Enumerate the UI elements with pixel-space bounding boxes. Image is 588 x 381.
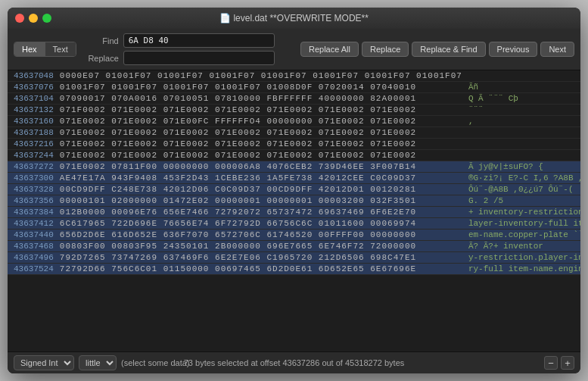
- titlebar: 📄 level.dat **OVERWRITE MODE**: [8, 8, 580, 29]
- address-cell: 43637076: [8, 82, 57, 93]
- address-cell: 43637440: [8, 230, 57, 241]
- offset-text: 73 bytes selected at offset 43637286 out…: [184, 358, 405, 367]
- statusbar: Signed Int little (select some data) 73 …: [8, 351, 580, 373]
- address-cell: 43637244: [8, 150, 57, 161]
- bytes-cell: 071E0002 071E0002 071E00FC FFFFFFO4 0000…: [57, 116, 465, 127]
- address-cell: 43637412: [8, 218, 57, 230]
- minus-button[interactable]: −: [544, 356, 558, 370]
- replace-input[interactable]: [123, 51, 275, 65]
- bytes-cell: 07090017 070A0016 07010051 07810000 FBFF…: [57, 93, 465, 105]
- bytes-cell: 071E0002 071E0002 071E0002 071E0002 071E…: [57, 127, 465, 139]
- table-row[interactable]: 43637216071E0002 071E0002 071E0002 071E0…: [8, 139, 580, 150]
- status-btns: − +: [544, 356, 574, 370]
- ascii-cell: y-restriction.player-invento: [465, 252, 580, 264]
- close-button[interactable]: [15, 14, 24, 23]
- selection-text: (select some data): [121, 358, 189, 367]
- traffic-lights: [15, 14, 51, 23]
- bytes-cell: 656D2D6E 616D652E 636F7070 6572706C 6174…: [57, 230, 465, 241]
- ascii-cell: [465, 70, 580, 82]
- hex-content: 436370480000E07 01001F07 01001F07 01001F…: [8, 70, 580, 351]
- address-cell: 43637048: [8, 70, 57, 82]
- main-window: 📄 level.dat **OVERWRITE MODE** Hex Text …: [8, 8, 580, 373]
- address-cell: 43637132: [8, 105, 57, 116]
- bytes-cell: 6C617965 722D696E 76656E74 6F72792D 6675…: [57, 218, 465, 230]
- table-row[interactable]: 43637384012B0000 00096E76 656E7466 72792…: [8, 207, 580, 218]
- bytes-cell: 071E0002 071E0002 071E0002 071E0002 071E…: [57, 150, 465, 161]
- address-cell: 43637216: [8, 139, 57, 150]
- find-buttons: Replace All Replace Replace & Find Previ…: [300, 42, 574, 57]
- table-row[interactable]: 43637496792D7265 73747269 637469F6 6E2E7…: [8, 252, 580, 264]
- hex-tab[interactable]: Hex: [14, 42, 45, 56]
- replace-label: Replace: [81, 54, 119, 63]
- replace-all-button[interactable]: Replace All: [300, 42, 359, 57]
- toolbar: Hex Text Find Replace Replace All Replac…: [8, 29, 580, 70]
- previous-button[interactable]: Previous: [489, 42, 538, 57]
- ascii-cell: layer-inventory-full it: [465, 218, 580, 230]
- table-row[interactable]: 4363732800CD9DFF C248E738 42012D06 C0C09…: [8, 184, 580, 195]
- address-cell: 43637328: [8, 184, 57, 195]
- ascii-cell: ®G·zi?¡ E?-C I,6 ?A8B ,0¿¿ú7: [465, 173, 580, 184]
- bytes-cell: 071F0002 071E0002 071E0002 071E0002 071E…: [57, 105, 465, 116]
- bytes-cell: 01001F07 01001F07 01001F07 01001F07 0100…: [57, 82, 465, 93]
- table-row[interactable]: 43637440656D2D6E 616D652E 636F7070 65727…: [8, 230, 580, 241]
- ascii-cell: Ã jy@v|±suFO? {: [465, 161, 580, 173]
- address-cell: 43637272: [8, 161, 57, 173]
- find-row: Find: [81, 33, 296, 48]
- action-btns-row1: Replace All Replace Replace & Find Previ…: [300, 42, 574, 57]
- minimize-button[interactable]: [29, 14, 38, 23]
- bytes-cell: 72792D66 756C6C01 01150000 00697465 6D2D…: [57, 264, 465, 275]
- table-row[interactable]: 4363710407090017 070A0016 07010051 07810…: [8, 93, 580, 105]
- text-tab[interactable]: Text: [45, 42, 76, 56]
- address-cell: 43637300: [8, 173, 57, 184]
- bytes-cell: 00CD9DFF C248E738 42012D06 C0C09D37 00CD…: [57, 184, 465, 195]
- ascii-cell: ry-full item-name.engin: [465, 264, 580, 275]
- table-row[interactable]: 4363752472792D66 756C6C01 01150000 00697…: [8, 264, 580, 275]
- address-cell: 43637188: [8, 127, 57, 139]
- maximize-button[interactable]: [42, 14, 51, 23]
- ascii-cell: ¨¨¨: [465, 105, 580, 116]
- find-input[interactable]: [123, 33, 275, 48]
- bytes-cell: 0000E07 01001F07 01001F07 01001F07 01001…: [57, 70, 465, 82]
- ascii-cell: G. 2 /5: [465, 195, 580, 207]
- replace-find-button[interactable]: Replace & Find: [412, 42, 485, 57]
- table-row[interactable]: 43637272071E0002 07811F00 00000000 00000…: [8, 161, 580, 173]
- next-button[interactable]: Next: [540, 42, 574, 57]
- table-row[interactable]: 4363746800803F00 00803F95 24350101 2B000…: [8, 241, 580, 252]
- address-cell: 43637356: [8, 195, 57, 207]
- ascii-cell: [465, 127, 580, 139]
- bytes-cell: 071E0002 071E0002 071E0002 071E0002 071E…: [57, 139, 465, 150]
- table-row[interactable]: 4363735600000101 02000000 01472E02 00000…: [8, 195, 580, 207]
- bytes-cell: 792D7265 73747269 637469F6 6E2E7E06 C196…: [57, 252, 465, 264]
- table-row[interactable]: 43637244071E0002 071E0002 071E0002 071E0…: [8, 150, 580, 161]
- address-cell: 43637468: [8, 241, 57, 252]
- table-row[interactable]: 436370480000E07 01001F07 01001F07 01001F…: [8, 70, 580, 82]
- ascii-cell: [465, 150, 580, 161]
- document-icon: 📄: [219, 13, 233, 23]
- ascii-cell: em-name.copper-plate `` Ã?: [465, 230, 580, 241]
- ascii-cell: Ã? Ã?+ inventor: [465, 241, 580, 252]
- endian-select[interactable]: little: [79, 355, 117, 370]
- hex-table-wrapper[interactable]: 436370480000E07 01001F07 01001F07 01001F…: [8, 70, 580, 351]
- bytes-cell: 012B0000 00096E76 656E7466 72792072 6573…: [57, 207, 465, 218]
- ascii-cell: Ãñ: [465, 82, 580, 93]
- address-cell: 43637496: [8, 252, 57, 264]
- bytes-cell: AE47E17A 943F9408 453F2D43 1CEBE236 1A5F…: [57, 173, 465, 184]
- ascii-cell: + inventory-restriction.p: [465, 207, 580, 218]
- table-row[interactable]: 4363707601001F07 01001F07 01001F07 01001…: [8, 82, 580, 93]
- plus-button[interactable]: +: [561, 356, 574, 370]
- table-row[interactable]: 436374126C617965 722D696E 76656E74 6F727…: [8, 218, 580, 230]
- ascii-cell: [465, 139, 580, 150]
- hex-text-tabs: Hex Text: [14, 42, 76, 57]
- bytes-cell: 071E0002 07811F00 00000000 000006A8 4076…: [57, 161, 465, 173]
- window-title: 📄 level.dat **OVERWRITE MODE**: [219, 13, 369, 23]
- table-row[interactable]: 43637188071E0002 071E0002 071E0002 071E0…: [8, 127, 580, 139]
- address-cell: 43637384: [8, 207, 57, 218]
- type-select[interactable]: Signed Int: [14, 355, 74, 370]
- table-row[interactable]: 43637300AE47E17A 943F9408 453F2D43 1CEBE…: [8, 173, 580, 184]
- table-row[interactable]: 43637160071E0002 071E0002 071E00FC FFFFF…: [8, 116, 580, 127]
- address-cell: 43637160: [8, 116, 57, 127]
- bytes-cell: 00803F00 00803F95 24350101 2B000000 696E…: [57, 241, 465, 252]
- table-row[interactable]: 43637132071F0002 071E0002 071E0002 071E0…: [8, 105, 580, 116]
- replace-button[interactable]: Replace: [362, 42, 409, 57]
- bytes-cell: 00000101 02000000 01472E02 00000001 0000…: [57, 195, 465, 207]
